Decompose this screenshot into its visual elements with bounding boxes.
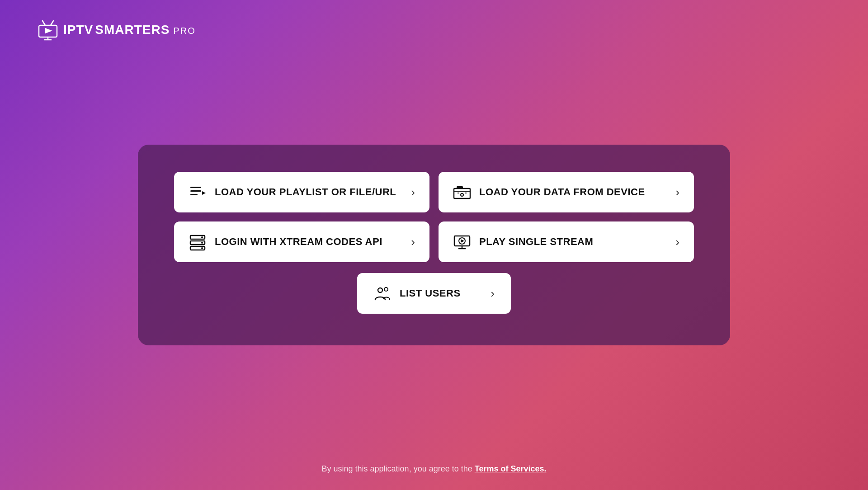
logo-pro-text: PRO	[173, 26, 195, 36]
xtream-codes-button[interactable]: LOGIN WITH XTREAM CODES API ›	[174, 221, 429, 262]
svg-rect-6	[190, 187, 201, 188]
logo-text: IPTV SMARTERS PRO	[63, 23, 196, 37]
terms-link[interactable]: Terms of Services.	[475, 464, 547, 473]
load-device-button[interactable]: LOAD YOUR DATA FROM DEVICE ›	[439, 172, 694, 212]
main-card: LOAD YOUR PLAYLIST OR FILE/URL › LOAD YO…	[138, 145, 730, 345]
users-icon	[373, 284, 392, 302]
logo-smarters-text: SMARTERS	[95, 23, 170, 37]
stream-icon	[453, 233, 471, 251]
load-playlist-chevron: ›	[411, 185, 415, 199]
svg-line-4	[51, 21, 53, 25]
xtream-codes-chevron: ›	[411, 235, 415, 249]
svg-point-12	[461, 193, 463, 196]
logo: IPTV SMARTERS PRO	[36, 18, 196, 42]
list-users-button[interactable]: LIST USERS ›	[357, 273, 511, 314]
svg-line-3	[42, 21, 45, 25]
single-stream-button[interactable]: PLAY SINGLE STREAM ›	[439, 221, 694, 262]
menu-grid: LOAD YOUR PLAYLIST OR FILE/URL › LOAD YO…	[174, 172, 694, 262]
svg-point-19	[201, 242, 203, 244]
api-icon	[189, 233, 207, 251]
xtream-codes-label: LOGIN WITH XTREAM CODES API	[215, 236, 382, 248]
logo-iptv-text: IPTV	[63, 23, 93, 37]
load-device-chevron: ›	[675, 185, 679, 199]
load-device-label: LOAD YOUR DATA FROM DEVICE	[479, 186, 645, 198]
svg-marker-5	[45, 28, 52, 33]
svg-point-20	[201, 247, 203, 249]
list-users-label: LIST USERS	[400, 287, 461, 299]
load-playlist-label: LOAD YOUR PLAYLIST OR FILE/URL	[215, 186, 396, 198]
logo-icon	[36, 18, 60, 42]
single-stream-chevron: ›	[675, 235, 679, 249]
svg-rect-7	[190, 190, 201, 192]
single-stream-label: PLAY SINGLE STREAM	[479, 236, 593, 248]
svg-rect-8	[190, 194, 198, 195]
load-playlist-button[interactable]: LOAD YOUR PLAYLIST OR FILE/URL ›	[174, 172, 429, 212]
svg-marker-25	[461, 239, 464, 243]
footer-text: By using this application, you agree to …	[322, 464, 475, 473]
svg-point-26	[378, 288, 382, 292]
svg-rect-11	[457, 186, 463, 188]
svg-point-27	[384, 287, 388, 291]
svg-point-18	[201, 236, 203, 238]
footer: By using this application, you agree to …	[0, 464, 868, 474]
playlist-icon	[189, 183, 207, 201]
list-users-chevron: ›	[491, 287, 495, 301]
device-icon	[453, 183, 471, 201]
svg-marker-9	[202, 191, 206, 195]
